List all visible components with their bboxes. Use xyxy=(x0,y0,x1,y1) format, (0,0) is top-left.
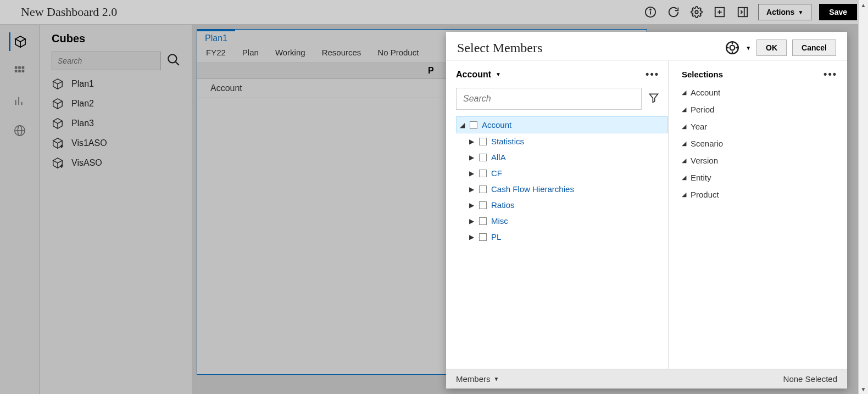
selections-title: Selections xyxy=(682,70,723,79)
collapse-icon: ◢ xyxy=(682,106,686,113)
collapse-icon: ◢ xyxy=(682,174,686,181)
save-button[interactable]: Save xyxy=(819,4,857,20)
selections-more-icon[interactable]: ••• xyxy=(824,69,837,80)
filter-icon[interactable] xyxy=(648,92,659,105)
expand-icon[interactable]: ▶ xyxy=(468,154,475,161)
svg-rect-14 xyxy=(21,70,24,72)
nav-grid-icon[interactable] xyxy=(9,62,31,81)
cube-item-visaso[interactable]: + VisASO xyxy=(52,157,180,169)
expand-icon[interactable]: ▶ xyxy=(468,233,475,241)
tree-node-label: PL xyxy=(491,232,501,241)
nav-chart-icon[interactable] xyxy=(9,92,31,110)
selection-item-scenario[interactable]: ◢Scenario xyxy=(682,139,837,148)
scroll-down-icon[interactable]: ▼ xyxy=(859,384,868,394)
cube-label: Plan2 xyxy=(71,99,94,109)
checkbox[interactable] xyxy=(479,201,487,209)
tree-search-input[interactable] xyxy=(456,88,642,110)
select-members-dialog: Select Members ▼ OK Cancel Account ▼ ••• xyxy=(446,32,847,389)
nav-strip xyxy=(0,25,40,394)
selection-label: Account xyxy=(691,88,720,97)
caret-down-icon: ▼ xyxy=(496,71,501,77)
tree-node-label: Account xyxy=(482,120,511,130)
tree-node-label: Statistics xyxy=(491,137,524,146)
nav-cubes-icon[interactable] xyxy=(9,32,31,51)
cube-label: Vis1ASO xyxy=(71,138,107,148)
expand-icon[interactable]: ▶ xyxy=(468,170,475,177)
tree-node-alla[interactable]: ▶ AllA xyxy=(456,149,668,165)
cube-item-vis1aso[interactable]: + Vis1ASO xyxy=(52,137,180,149)
dialog-header: Select Members ▼ OK Cancel xyxy=(446,32,847,60)
help-dropdown-icon[interactable]: ▼ xyxy=(745,45,751,51)
actions-label: Actions xyxy=(766,8,794,16)
pov-item[interactable]: Resources xyxy=(322,48,361,57)
info-icon[interactable] xyxy=(643,4,658,20)
tree-node-pl[interactable]: ▶ PL xyxy=(456,229,668,245)
tab-label[interactable]: Plan1 xyxy=(197,30,235,44)
selection-label: Entity xyxy=(691,173,711,182)
tree-node-cf[interactable]: ▶ CF xyxy=(456,165,668,181)
cube-item-plan2[interactable]: Plan2 xyxy=(52,98,180,110)
ok-button[interactable]: OK xyxy=(756,40,787,56)
collapse-panel-icon[interactable] xyxy=(735,4,750,20)
svg-point-2 xyxy=(650,9,651,10)
pov-item[interactable]: Plan xyxy=(242,48,259,57)
selection-item-version[interactable]: ◢Version xyxy=(682,156,837,165)
checkbox[interactable] xyxy=(479,170,487,177)
selection-item-year[interactable]: ◢Year xyxy=(682,122,837,131)
expand-icon[interactable]: ▶ xyxy=(468,201,475,209)
tree-node-label: CF xyxy=(491,168,502,178)
scroll-up-icon[interactable]: ▲ xyxy=(859,0,868,10)
cube-item-plan3[interactable]: Plan3 xyxy=(52,117,180,130)
selection-item-entity[interactable]: ◢Entity xyxy=(682,173,837,182)
svg-point-21 xyxy=(168,54,176,63)
tree-node-ratios[interactable]: ▶ Ratios xyxy=(456,197,668,213)
selection-item-period[interactable]: ◢Period xyxy=(682,105,837,114)
top-header: New Dashboard 2.0 Actions ▼ Save xyxy=(0,0,868,25)
pov-item[interactable]: No Product xyxy=(377,48,419,57)
collapse-icon: ◢ xyxy=(682,89,686,96)
sidebar-title: Cubes xyxy=(52,32,180,45)
footer-dropdown[interactable]: Members ▼ xyxy=(456,374,499,384)
collapse-icon[interactable]: ◢ xyxy=(459,121,465,129)
cube-label: Plan3 xyxy=(71,119,94,128)
cancel-button[interactable]: Cancel xyxy=(792,40,836,56)
selection-label: Version xyxy=(691,156,718,165)
tree-node-label: Ratios xyxy=(491,200,515,210)
settings-icon[interactable] xyxy=(689,4,704,20)
dimension-selector[interactable]: Account ▼ ••• xyxy=(456,65,668,83)
actions-button[interactable]: Actions ▼ xyxy=(758,4,811,20)
sidebar-search-input[interactable] xyxy=(52,52,161,70)
cubes-sidebar: Cubes Plan1 Plan2 Plan3 + Vis1ASO xyxy=(40,25,192,394)
footer-dropdown-label: Members xyxy=(456,374,491,384)
expand-icon[interactable]: ▶ xyxy=(468,217,475,225)
pov-item[interactable]: Working xyxy=(275,48,305,57)
help-icon[interactable] xyxy=(725,40,740,55)
checkbox[interactable] xyxy=(479,185,487,193)
nav-globe-icon[interactable] xyxy=(9,121,31,140)
search-icon[interactable] xyxy=(166,53,181,69)
tree-more-icon[interactable]: ••• xyxy=(646,69,659,80)
checkbox[interactable] xyxy=(479,138,487,145)
tree-node-statistics[interactable]: ▶ Statistics xyxy=(456,133,668,149)
selection-item-product[interactable]: ◢Product xyxy=(682,190,837,199)
pov-item[interactable]: FY22 xyxy=(206,48,226,57)
tree-search-row xyxy=(456,88,659,110)
tree-node-account[interactable]: ◢ Account xyxy=(456,116,668,133)
add-panel-icon[interactable] xyxy=(712,4,727,20)
checkbox[interactable] xyxy=(479,217,487,225)
dialog-header-right: ▼ OK Cancel xyxy=(725,40,836,56)
checkbox[interactable] xyxy=(479,154,487,161)
selection-item-account[interactable]: ◢Account xyxy=(682,88,837,97)
refresh-icon[interactable] xyxy=(666,4,681,20)
header-toolbar: Actions ▼ Save xyxy=(643,4,857,20)
tree-node-cashflow[interactable]: ▶ Cash Flow Hierarchies xyxy=(456,181,668,197)
checkbox[interactable] xyxy=(470,121,477,129)
expand-icon[interactable]: ▶ xyxy=(468,138,475,145)
tree-node-misc[interactable]: ▶ Misc xyxy=(456,213,668,229)
expand-icon[interactable]: ▶ xyxy=(468,185,475,193)
cube-item-plan1[interactable]: Plan1 xyxy=(52,78,180,90)
dimension-label: Account xyxy=(456,70,491,80)
svg-rect-11 xyxy=(21,66,24,69)
page-scrollbar[interactable]: ▲ ▼ xyxy=(858,0,868,394)
checkbox[interactable] xyxy=(479,233,487,241)
